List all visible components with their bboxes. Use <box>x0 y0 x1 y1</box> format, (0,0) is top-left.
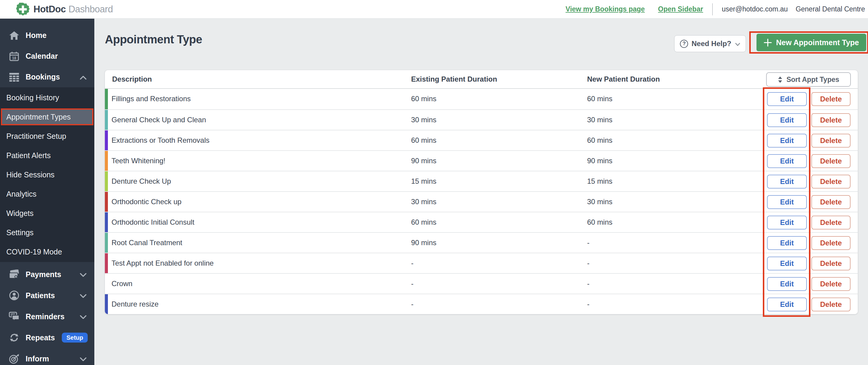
table-row: Test Appt not Enabled for online - - Edi… <box>105 253 858 273</box>
delete-button[interactable]: Delete <box>811 277 850 291</box>
edit-button[interactable]: Edit <box>767 175 807 189</box>
sidebar-item-patients[interactable]: Patients <box>0 285 94 306</box>
sidebar-item-payments[interactable]: Payments <box>0 264 94 285</box>
table-row: Denture resize - - Edit Delete <box>105 294 858 314</box>
sidebar-item-reminders[interactable]: Reminders <box>0 306 94 327</box>
appointment-description: Orthodontic Initial Consult <box>112 212 194 232</box>
sidebar-item-patient-alerts[interactable]: Patient Alerts <box>0 146 94 165</box>
sidebar-item-settings[interactable]: Settings <box>0 223 94 242</box>
edit-button[interactable]: Edit <box>767 195 807 209</box>
delete-button[interactable]: Delete <box>811 134 850 147</box>
sidebar-item-hide-sessions[interactable]: Hide Sessions <box>0 165 94 184</box>
edit-button[interactable]: Edit <box>767 134 807 147</box>
setup-badge[interactable]: Setup <box>62 333 88 343</box>
chevron-down-icon <box>80 270 87 279</box>
new-patient-duration: 30 mins <box>587 110 613 130</box>
sidebar-item-covid19-mode[interactable]: COVID-19 Mode <box>0 242 94 261</box>
sidebar-item-widgets[interactable]: Widgets <box>0 204 94 223</box>
edit-button[interactable]: Edit <box>767 236 807 250</box>
new-appointment-type-button[interactable]: New Appointment Type <box>756 34 866 51</box>
existing-patient-duration: 15 mins <box>411 171 436 191</box>
sidebar: Home 18 Calendar Bookings <box>0 19 94 365</box>
svg-text:18: 18 <box>12 56 16 60</box>
calendar-icon: 18 <box>8 52 20 61</box>
delete-button[interactable]: Delete <box>811 92 850 106</box>
edit-button[interactable]: Edit <box>767 257 807 270</box>
appointment-description: Crown <box>112 274 132 294</box>
table-row: Orthodontic Check up 30 mins 30 mins Edi… <box>105 191 858 212</box>
appointment-description: Orthodontic Check up <box>112 192 181 212</box>
open-sidebar-link[interactable]: Open Sidebar <box>658 5 703 13</box>
new-patient-duration: - <box>587 274 590 294</box>
appointment-color-bar <box>105 192 108 212</box>
sidebar-item-bookings[interactable]: Bookings <box>0 67 94 87</box>
appointment-color-bar <box>105 130 108 150</box>
new-patient-duration: 60 mins <box>587 212 613 232</box>
sidebar-item-calendar[interactable]: 18 Calendar <box>0 46 94 67</box>
delete-button[interactable]: Delete <box>811 154 850 168</box>
existing-patient-duration: 90 mins <box>411 151 436 171</box>
edit-button[interactable]: Edit <box>767 92 807 106</box>
sort-appt-types-button[interactable]: Sort Appt Types <box>766 72 851 87</box>
delete-button[interactable]: Delete <box>811 257 850 270</box>
home-icon <box>8 31 20 40</box>
edit-button[interactable]: Edit <box>767 113 807 127</box>
chevron-down-icon <box>735 39 740 48</box>
edit-button[interactable]: Edit <box>767 298 807 311</box>
chevron-up-icon <box>80 73 87 81</box>
new-patient-duration: 90 mins <box>587 151 613 171</box>
appointment-description: Test Appt not Enabled for online <box>112 253 214 273</box>
new-patient-duration: 30 mins <box>587 192 613 212</box>
existing-patient-duration: - <box>411 253 413 273</box>
delete-button[interactable]: Delete <box>811 195 850 209</box>
sidebar-item-repeats[interactable]: Repeats Setup <box>0 327 94 348</box>
delete-button[interactable]: Delete <box>811 236 850 250</box>
need-help-button[interactable]: ? Need Help? <box>674 35 746 52</box>
sidebar-item-appointment-types[interactable]: Appointment Types <box>1 108 93 125</box>
table-row: Teeth Whitening! 90 mins 90 mins Edit De… <box>105 150 858 171</box>
edit-button[interactable]: Edit <box>767 277 807 291</box>
appointment-table-body: Fillings and Restorations 60 mins 60 min… <box>105 89 858 314</box>
existing-patient-duration: 30 mins <box>411 110 436 130</box>
question-circle-icon: ? <box>680 40 688 48</box>
table-row: Extractions or Tooth Removals 60 mins 60… <box>105 130 858 150</box>
sidebar-item-practitioner-setup[interactable]: Practitioner Setup <box>0 127 94 146</box>
appointment-description: Teeth Whitening! <box>112 151 165 171</box>
hotdoc-logo: HotDoc Dashboard <box>16 3 113 16</box>
table-row: General Check Up and Clean 30 mins 30 mi… <box>105 109 858 130</box>
appointment-color-bar <box>105 294 108 314</box>
clinic-name: General Dental Centre <box>796 5 865 13</box>
appointment-color-bar <box>105 110 108 130</box>
plus-icon <box>764 38 772 47</box>
edit-button[interactable]: Edit <box>767 215 807 230</box>
existing-patient-duration: - <box>411 274 413 294</box>
sidebar-item-home[interactable]: Home <box>0 25 94 46</box>
edit-button[interactable]: Edit <box>767 154 807 168</box>
appointment-description: Denture Check Up <box>112 171 171 191</box>
table-row: Root Canal Treatment 90 mins - Edit Dele… <box>105 232 858 253</box>
view-bookings-page-link[interactable]: View my Bookings page <box>565 5 645 13</box>
reminders-icon <box>8 312 20 321</box>
sidebar-item-booking-history[interactable]: Booking History <box>0 88 94 107</box>
table-header-row: Description Existing Patient Duration Ne… <box>105 70 858 89</box>
sidebar-item-inform[interactable]: Inform <box>0 348 94 365</box>
hotdoc-logo-icon <box>16 3 30 16</box>
delete-button[interactable]: Delete <box>811 175 850 189</box>
chevron-down-icon <box>80 291 87 300</box>
delete-button[interactable]: Delete <box>811 113 850 127</box>
existing-patient-duration: 60 mins <box>411 89 436 109</box>
delete-button[interactable]: Delete <box>811 215 850 230</box>
sidebar-item-analytics[interactable]: Analytics <box>0 184 94 204</box>
appointment-color-bar <box>105 151 108 171</box>
appointment-description: Fillings and Restorations <box>112 89 191 109</box>
delete-button[interactable]: Delete <box>811 298 850 311</box>
brand-suffix: Dashboard <box>68 4 113 15</box>
appointment-color-bar <box>105 171 108 191</box>
column-header-new-duration: New Patient Duration <box>587 70 660 88</box>
chevron-down-icon <box>80 355 87 363</box>
page-title: Appointment Type <box>105 33 202 46</box>
new-patient-duration: - <box>587 233 590 253</box>
existing-patient-duration: 60 mins <box>411 130 436 150</box>
user-email: user@hotdoc.com.au <box>722 5 788 13</box>
appointment-color-bar <box>105 89 108 109</box>
